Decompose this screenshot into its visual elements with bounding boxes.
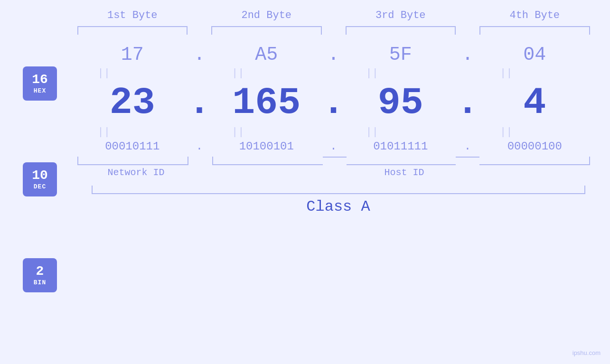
eq2-3: || bbox=[317, 126, 428, 138]
bottom-brackets-row bbox=[77, 157, 590, 165]
watermark: ipshu.com bbox=[572, 349, 601, 356]
bin-row: 00010111 . 10100101 . 01011111 . 0000010… bbox=[77, 140, 590, 153]
hex-val-4: 04 bbox=[479, 44, 590, 65]
top-brackets-row bbox=[77, 26, 590, 35]
host-id-label: Host ID bbox=[219, 167, 590, 178]
bin-val-4: 00000100 bbox=[479, 140, 590, 153]
network-id-label: Network ID bbox=[77, 167, 195, 178]
byte-headers-row: 1st Byte 2nd Byte 3rd Byte 4th Byte bbox=[77, 9, 590, 21]
id-labels-row: Network ID Host ID bbox=[77, 167, 590, 178]
badge-bin: 2 BIN bbox=[23, 258, 57, 292]
top-bracket-2 bbox=[211, 26, 322, 35]
top-bracket-4 bbox=[479, 26, 590, 35]
equals-row-1: || || || || bbox=[49, 67, 562, 79]
bottom-bracket-host-start bbox=[212, 157, 323, 165]
dot-dec-2: . bbox=[322, 81, 346, 124]
hex-val-3: 5F bbox=[346, 44, 456, 65]
dot-dec-1: . bbox=[188, 81, 211, 124]
main-container: 16 HEX 10 DEC 2 BIN 1st Byte 2nd Byte 3r… bbox=[0, 0, 610, 364]
dot-bin-1: . bbox=[188, 140, 211, 153]
equals-row-2: || || || || bbox=[49, 126, 562, 138]
eq1-2: || bbox=[183, 67, 293, 79]
dec-val-4: 4 bbox=[479, 81, 590, 124]
class-bracket-container: Class A bbox=[92, 186, 585, 215]
byte-header-3: 3rd Byte bbox=[346, 9, 456, 21]
class-label: Class A bbox=[92, 198, 585, 215]
dot-dec-3: . bbox=[456, 81, 479, 124]
badge-dec-number: 10 bbox=[32, 168, 48, 183]
hex-row: 17 . A5 . 5F . 04 bbox=[77, 44, 590, 65]
byte-header-2: 2nd Byte bbox=[211, 9, 322, 21]
dec-val-3: 95 bbox=[346, 81, 456, 124]
bin-val-1: 00010111 bbox=[77, 140, 188, 153]
badge-bin-number: 2 bbox=[36, 264, 44, 279]
badge-hex: 16 HEX bbox=[23, 66, 57, 101]
bin-val-3: 01011111 bbox=[346, 140, 456, 153]
dot-hex-3: . bbox=[456, 44, 479, 65]
eq2-2: || bbox=[183, 126, 293, 138]
bottom-bracket-host-mid bbox=[347, 157, 456, 165]
dot-hex-1: . bbox=[188, 44, 211, 65]
byte-header-4: 4th Byte bbox=[479, 9, 590, 21]
eq2-1: || bbox=[49, 126, 160, 138]
badge-dec-label: DEC bbox=[34, 183, 46, 190]
dec-row: 23 . 165 . 95 . 4 bbox=[77, 81, 590, 124]
badge-hex-label: HEX bbox=[34, 87, 46, 94]
dot-hex-2: . bbox=[322, 44, 346, 65]
eq2-4: || bbox=[451, 126, 562, 138]
badge-hex-number: 16 bbox=[32, 73, 48, 87]
eq1-1: || bbox=[49, 67, 160, 79]
bottom-bracket-network bbox=[77, 157, 189, 165]
top-bracket-1 bbox=[77, 26, 188, 35]
eq1-4: || bbox=[451, 67, 562, 79]
class-bracket bbox=[92, 186, 585, 194]
dot-bin-3: . bbox=[456, 140, 479, 153]
hex-val-2: A5 bbox=[211, 44, 322, 65]
badges-column: 16 HEX 10 DEC 2 BIN bbox=[23, 66, 57, 292]
bottom-bracket-host-end bbox=[479, 157, 590, 165]
eq1-3: || bbox=[317, 67, 428, 79]
top-bracket-3 bbox=[346, 26, 456, 35]
dec-val-1: 23 bbox=[77, 81, 188, 124]
dot-bin-2: . bbox=[322, 140, 346, 153]
bin-val-2: 10100101 bbox=[211, 140, 322, 153]
badge-bin-label: BIN bbox=[34, 279, 46, 286]
hex-val-1: 17 bbox=[77, 44, 188, 65]
dec-val-2: 165 bbox=[211, 81, 322, 124]
byte-header-1: 1st Byte bbox=[77, 9, 188, 21]
badge-dec: 10 DEC bbox=[23, 162, 57, 196]
